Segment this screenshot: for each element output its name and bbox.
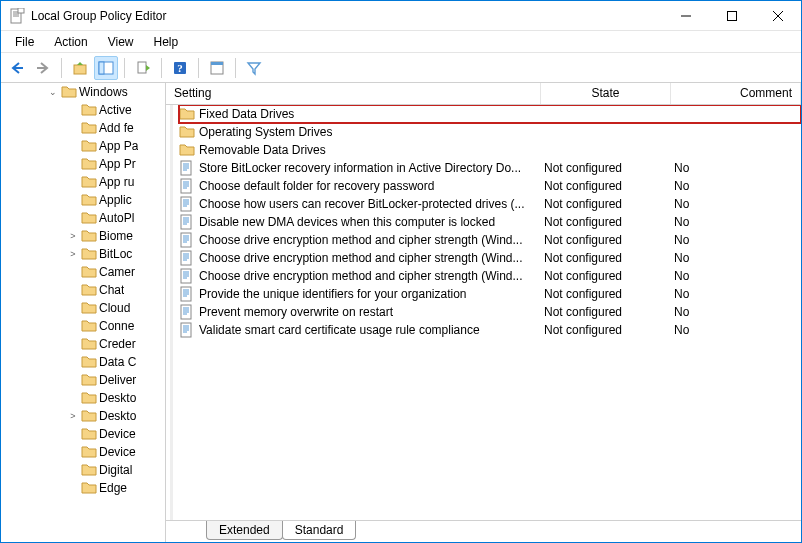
expander-spacer xyxy=(67,320,79,332)
tree-item[interactable]: Device xyxy=(1,443,165,461)
state-label: Not configured xyxy=(544,161,674,175)
policy-icon xyxy=(179,268,195,284)
tree-item-label: App ru xyxy=(99,175,134,189)
column-setting[interactable]: Setting xyxy=(166,83,541,104)
show-hide-tree-button[interactable] xyxy=(94,56,118,80)
tree-item[interactable]: >Deskto xyxy=(1,407,165,425)
list-row[interactable]: Fixed Data Drives xyxy=(179,105,801,123)
expander-spacer xyxy=(67,176,79,188)
list-row[interactable]: Choose drive encryption method and ciphe… xyxy=(179,267,801,285)
folder-icon xyxy=(81,120,97,136)
close-button[interactable] xyxy=(755,1,801,31)
list-row[interactable]: Choose how users can recover BitLocker-p… xyxy=(179,195,801,213)
chevron-down-icon[interactable]: ⌄ xyxy=(47,86,59,98)
tree-item[interactable]: Digital xyxy=(1,461,165,479)
list-row[interactable]: Disable new DMA devices when this comput… xyxy=(179,213,801,231)
tree-item[interactable]: AutoPl xyxy=(1,209,165,227)
export-button[interactable] xyxy=(131,56,155,80)
chevron-right-icon[interactable]: > xyxy=(67,230,79,242)
expander-spacer xyxy=(67,446,79,458)
tree-item[interactable]: Deskto xyxy=(1,389,165,407)
svg-rect-13 xyxy=(99,62,104,74)
comment-label: No xyxy=(674,161,801,175)
forward-button[interactable] xyxy=(31,56,55,80)
menu-action[interactable]: Action xyxy=(44,33,97,51)
tree-item[interactable]: Conne xyxy=(1,317,165,335)
up-button[interactable] xyxy=(68,56,92,80)
tree-item[interactable]: App Pr xyxy=(1,155,165,173)
comment-label: No xyxy=(674,197,801,211)
folder-icon xyxy=(81,462,97,478)
menu-file[interactable]: File xyxy=(5,33,44,51)
tree-root[interactable]: ⌄ Windows xyxy=(1,83,165,101)
list-header: Setting State Comment xyxy=(166,83,801,105)
list-row[interactable]: Prevent memory overwrite on restartNot c… xyxy=(179,303,801,321)
expander-spacer xyxy=(67,392,79,404)
expander-spacer xyxy=(67,266,79,278)
expander-spacer xyxy=(67,428,79,440)
folder-icon xyxy=(81,480,97,496)
filter-button[interactable] xyxy=(242,56,266,80)
expander-spacer xyxy=(67,464,79,476)
tree-item[interactable]: >Biome xyxy=(1,227,165,245)
menu-bar: File Action View Help xyxy=(1,31,801,53)
properties-button[interactable] xyxy=(205,56,229,80)
expander-spacer xyxy=(67,158,79,170)
tree-item[interactable]: Cloud xyxy=(1,299,165,317)
setting-label: Fixed Data Drives xyxy=(199,107,294,121)
expander-spacer xyxy=(67,482,79,494)
folder-icon xyxy=(81,156,97,172)
minimize-button[interactable] xyxy=(663,1,709,31)
column-comment[interactable]: Comment xyxy=(671,83,801,104)
tree-item[interactable]: App Pa xyxy=(1,137,165,155)
list-row[interactable]: Operating System Drives xyxy=(179,123,801,141)
tree-item-label: Digital xyxy=(99,463,132,477)
tree-item[interactable]: Active xyxy=(1,101,165,119)
state-label: Not configured xyxy=(544,233,674,247)
column-state[interactable]: State xyxy=(541,83,671,104)
tab-standard[interactable]: Standard xyxy=(282,521,357,540)
tree-item[interactable]: Camer xyxy=(1,263,165,281)
help-button[interactable]: ? xyxy=(168,56,192,80)
list-body[interactable]: Fixed Data DrivesOperating System Drives… xyxy=(170,105,801,520)
state-label: Not configured xyxy=(544,197,674,211)
tree-item[interactable]: Edge xyxy=(1,479,165,497)
tree-item[interactable]: Applic xyxy=(1,191,165,209)
tree-item-label: App Pa xyxy=(99,139,138,153)
tree-item[interactable]: Deliver xyxy=(1,371,165,389)
list-row[interactable]: Choose default folder for recovery passw… xyxy=(179,177,801,195)
tree-item[interactable]: Creder xyxy=(1,335,165,353)
tree-item[interactable]: App ru xyxy=(1,173,165,191)
policy-icon xyxy=(179,250,195,266)
folder-icon xyxy=(81,408,97,424)
list-row[interactable]: Choose drive encryption method and ciphe… xyxy=(179,231,801,249)
list-row[interactable]: Provide the unique identifiers for your … xyxy=(179,285,801,303)
tree-item[interactable]: >BitLoc xyxy=(1,245,165,263)
tab-extended[interactable]: Extended xyxy=(206,521,283,540)
svg-rect-11 xyxy=(74,65,86,74)
state-label: Not configured xyxy=(544,179,674,193)
expander-spacer xyxy=(67,374,79,386)
tree-item-label: Active xyxy=(99,103,132,117)
chevron-right-icon[interactable]: > xyxy=(67,248,79,260)
back-button[interactable] xyxy=(5,56,29,80)
tree-item[interactable]: Device xyxy=(1,425,165,443)
toolbar-separator xyxy=(235,58,236,78)
tree-item[interactable]: Chat xyxy=(1,281,165,299)
folder-icon xyxy=(81,138,97,154)
tree-pane[interactable]: ⌄ Windows ActiveAdd feApp PaApp PrApp ru… xyxy=(1,83,166,542)
maximize-button[interactable] xyxy=(709,1,755,31)
list-row[interactable]: Choose drive encryption method and ciphe… xyxy=(179,249,801,267)
policy-icon xyxy=(179,196,195,212)
list-row[interactable]: Store BitLocker recovery information in … xyxy=(179,159,801,177)
menu-help[interactable]: Help xyxy=(144,33,189,51)
chevron-right-icon[interactable]: > xyxy=(67,410,79,422)
list-row[interactable]: Removable Data Drives xyxy=(179,141,801,159)
folder-icon xyxy=(81,318,97,334)
tree-item[interactable]: Add fe xyxy=(1,119,165,137)
setting-label: Removable Data Drives xyxy=(199,143,326,157)
tree-item[interactable]: Data C xyxy=(1,353,165,371)
menu-view[interactable]: View xyxy=(98,33,144,51)
tree-item-label: Camer xyxy=(99,265,135,279)
list-row[interactable]: Validate smart card certificate usage ru… xyxy=(179,321,801,339)
